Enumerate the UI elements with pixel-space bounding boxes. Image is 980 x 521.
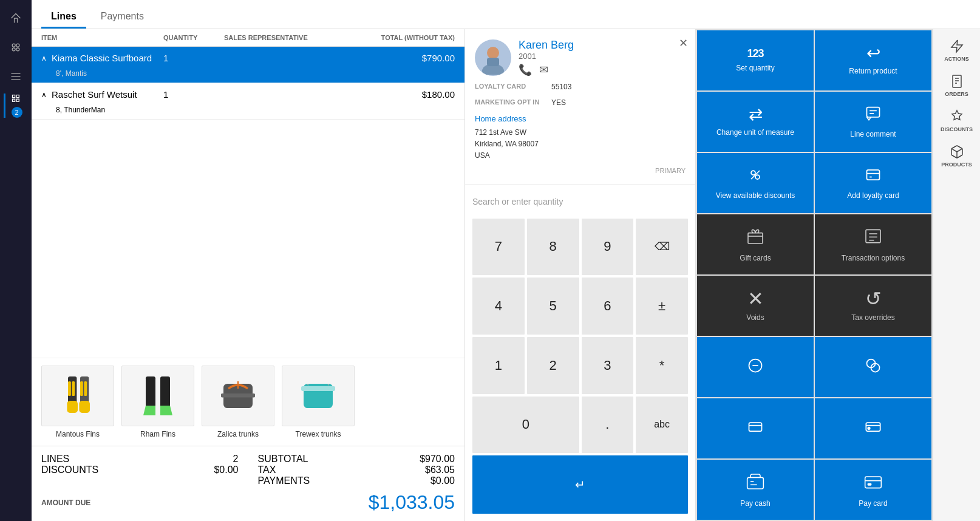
chevron-icon: ∧ <box>41 54 47 63</box>
pay-card-button[interactable]: Pay card <box>815 460 931 520</box>
chevron-icon: ∧ <box>41 90 47 99</box>
key-6[interactable]: 6 <box>582 278 634 335</box>
view-discounts-button[interactable]: View available discounts <box>697 153 814 213</box>
product-thumb-rham[interactable]: Rham Fins <box>121 366 194 438</box>
line-item[interactable]: ∧ Raschet Surf Wetsuit 1 $180.00 8, Thun… <box>32 83 464 120</box>
line-comment-button[interactable]: Line comment <box>815 92 931 152</box>
sidebar-home[interactable] <box>4 6 28 30</box>
key-1[interactable]: 1 <box>472 337 525 394</box>
view-discounts-label: View available discounts <box>716 191 795 200</box>
orders-icon[interactable]: ORDERS <box>936 69 978 102</box>
address-line3: USA <box>475 150 686 162</box>
amount-due-value: $1,033.05 <box>369 491 455 514</box>
product-thumb-zalica[interactable]: Zalica trunks <box>202 366 274 438</box>
tax-overrides-label: Tax overrides <box>851 313 894 322</box>
svg-rect-18 <box>84 381 87 396</box>
numpad-area: Search or enter quantity 7 8 9 ⌫ 4 5 6 ±… <box>465 185 695 521</box>
phone-icon[interactable]: 📞 <box>519 63 532 77</box>
transaction-options-button[interactable]: Transaction options <box>815 214 931 274</box>
numpad-grid: 7 8 9 ⌫ 4 5 6 ± 1 2 3 * 0 . abc ↵ <box>472 219 688 514</box>
sidebar-cart[interactable]: 2 <box>4 94 28 118</box>
svg-rect-63 <box>868 483 872 485</box>
voucher-icon <box>865 418 882 438</box>
product-thumb-img <box>282 366 355 426</box>
sidebar-catalog[interactable] <box>4 35 28 60</box>
key-backspace[interactable]: ⌫ <box>636 219 688 276</box>
voids-button[interactable]: ✕ Voids <box>697 276 814 336</box>
svg-rect-61 <box>865 477 882 488</box>
tab-payments[interactable]: Payments <box>91 6 154 29</box>
voucher-button[interactable] <box>815 398 931 458</box>
discounts-sidebar-icon[interactable]: DISCOUNTS <box>936 104 978 137</box>
key-4[interactable]: 4 <box>472 278 525 335</box>
line-items-list: ∧ Kiama Classic Surfboard 1 $790.00 8', … <box>32 47 464 358</box>
key-3[interactable]: 3 <box>582 337 634 394</box>
svg-rect-14 <box>79 401 90 413</box>
key-enter[interactable]: ↵ <box>472 455 688 514</box>
product-thumb-mantous[interactable]: Mantous Fins <box>41 366 114 438</box>
svg-rect-43 <box>748 233 763 243</box>
item-total: $180.00 <box>345 89 455 100</box>
key-5[interactable]: 5 <box>527 278 579 335</box>
cart-badge: 2 <box>12 107 22 118</box>
customer-close-button[interactable]: ✕ <box>679 36 688 50</box>
svg-rect-64 <box>953 75 961 87</box>
add-loyalty-icon <box>865 166 882 186</box>
change-unit-icon: ⇄ <box>749 106 763 123</box>
orders-label: ORDERS <box>945 91 968 97</box>
tax-value: $63.05 <box>425 465 455 475</box>
minus-button[interactable] <box>697 337 814 397</box>
voids-icon: ✕ <box>747 289 764 308</box>
card2-button[interactable] <box>697 398 814 458</box>
right-panel: ✕ Karen Berg 2001 📞 <box>465 29 696 521</box>
actions-icon[interactable]: ACTIONS <box>936 34 978 67</box>
svg-marker-22 <box>160 406 172 415</box>
svg-point-57 <box>868 427 870 430</box>
key-2[interactable]: 2 <box>527 337 579 394</box>
pay-cash-button[interactable]: Pay cash <box>697 460 814 520</box>
key-abc[interactable]: abc <box>636 397 688 454</box>
key-dot[interactable]: . <box>582 397 634 454</box>
key-asterisk[interactable]: * <box>636 337 688 394</box>
key-7[interactable]: 7 <box>472 219 525 276</box>
svg-rect-10 <box>16 99 19 101</box>
item-qty: 1 <box>163 89 224 100</box>
payments-value: $0.00 <box>430 475 455 486</box>
products-sidebar-label: PRODUCTS <box>941 162 972 168</box>
key-8[interactable]: 8 <box>527 219 579 276</box>
loyalty-value: 55103 <box>551 83 571 91</box>
tax-label: TAX <box>258 465 276 475</box>
add-loyalty-button[interactable]: Add loyalty card <box>815 153 931 213</box>
table-header: ITEM QUANTITY SALES REPRESENTATIVE TOTAL… <box>32 29 464 47</box>
key-plusminus[interactable]: ± <box>636 278 688 335</box>
pay-cash-label: Pay cash <box>740 499 770 508</box>
subtotal-value: $970.00 <box>420 454 455 465</box>
key-9[interactable]: 9 <box>582 219 634 276</box>
gift-cards-button[interactable]: Gift cards <box>697 214 814 274</box>
svg-rect-9 <box>16 95 19 98</box>
change-unit-label: Change unit of measure <box>716 128 794 137</box>
svg-line-28 <box>307 384 308 386</box>
change-unit-button[interactable]: ⇄ Change unit of measure <box>697 92 814 152</box>
email-icon[interactable]: ✉ <box>539 63 548 77</box>
sidebar-menu[interactable] <box>4 64 28 89</box>
set-quantity-label: Set quantity <box>736 64 774 72</box>
coins-button[interactable] <box>815 337 931 397</box>
home-address-link[interactable]: Home address <box>475 114 526 123</box>
return-product-button[interactable]: ↩ Return product <box>815 30 931 90</box>
products-sidebar-icon[interactable]: PRODUCTS <box>936 140 978 172</box>
product-thumb-img <box>121 366 194 426</box>
tab-bar: Lines Payments <box>32 0 980 29</box>
line-item[interactable]: ∧ Kiama Classic Surfboard 1 $790.00 8', … <box>32 47 464 83</box>
far-right-sidebar: ACTIONS ORDERS DISCOUNTS <box>933 29 980 521</box>
amount-due-label: AMOUNT DUE <box>41 499 90 507</box>
svg-rect-58 <box>747 477 764 489</box>
line-comment-icon <box>865 105 882 125</box>
svg-rect-13 <box>67 401 78 413</box>
tab-lines[interactable]: Lines <box>41 6 86 29</box>
product-thumb-trewex[interactable]: Trewex trunks <box>282 366 355 438</box>
tax-overrides-button[interactable]: ↺ Tax overrides <box>815 276 931 336</box>
key-0[interactable]: 0 <box>472 397 579 454</box>
lines-value: 2 <box>233 454 239 465</box>
set-quantity-button[interactable]: 123 Set quantity <box>697 30 814 90</box>
